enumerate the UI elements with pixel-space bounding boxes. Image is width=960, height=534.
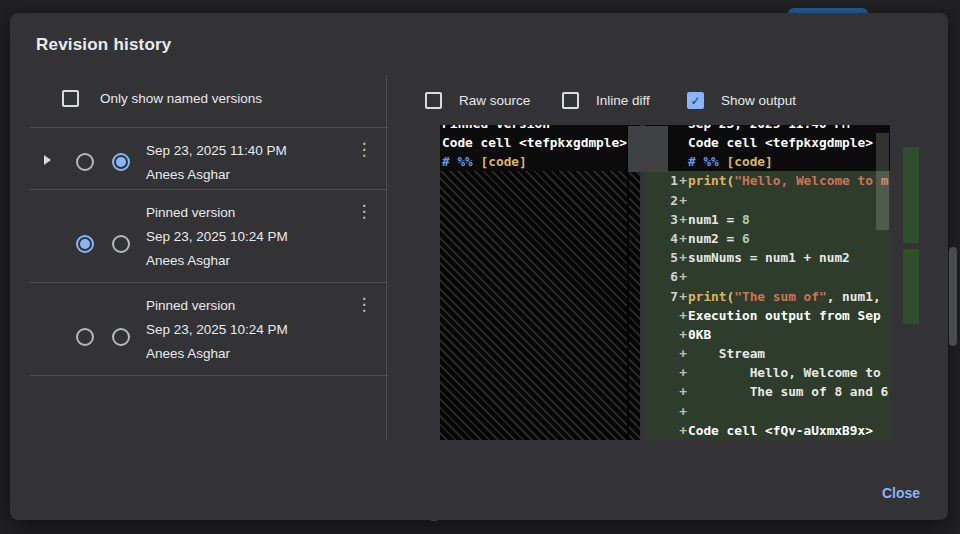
line-number: 6	[645, 267, 678, 286]
diff-plus-sign: +	[678, 306, 688, 325]
diff-to-radio[interactable]	[112, 328, 130, 346]
version-author: Anees Asghar	[146, 342, 288, 366]
line-number	[645, 402, 678, 421]
diff-to-radio[interactable]	[112, 235, 130, 253]
version-author: Anees Asghar	[146, 163, 287, 187]
version-date: Sep 23, 2025 10:24 PM	[146, 318, 288, 342]
more-options-icon[interactable]: ⋮	[355, 203, 373, 221]
line-number	[645, 382, 678, 401]
added-code-line: 5+sumNums = num1 + num2	[645, 248, 890, 267]
checkbox-label: Raw source	[459, 93, 530, 108]
diff-to-radio[interactable]	[112, 153, 130, 171]
line-number	[645, 344, 678, 363]
code-text: num2 = 6	[688, 229, 750, 248]
show-output-checkbox[interactable]: ✓	[687, 92, 704, 109]
code-text: Stream	[688, 344, 765, 363]
code-text: 0KB	[688, 325, 711, 344]
page-scrollbar-thumb[interactable]	[949, 247, 957, 346]
diff-right-header-block: Sep 23, 2025 11:40 PM Code cell <tefpkxg…	[645, 125, 890, 171]
code-text: print("The sum of", num1,	[688, 287, 881, 306]
diff-right-clipped-line: Sep 23, 2025 11:40 PM	[645, 125, 890, 133]
diff-editor-original[interactable]: Pinned version Code cell <tefpkxgdmple>#…	[440, 125, 640, 440]
diff-overview-added-marker	[903, 147, 919, 243]
diff-from-radio[interactable]	[76, 153, 94, 171]
diff-plus-sign: +	[678, 267, 688, 286]
diff-left-empty-region	[440, 171, 640, 440]
diff-from-radio[interactable]	[76, 235, 94, 253]
added-code-line: 3+num1 = 8	[645, 210, 890, 229]
added-code-line: 7+print("The sum of", num1,	[645, 287, 890, 306]
diff-plus-sign: +	[678, 382, 688, 401]
version-info: Sep 23, 2025 11:40 PMAnees Asghar	[146, 139, 287, 187]
diff-option-show-output[interactable]: ✓Show output	[687, 89, 796, 111]
code-line: # %% [code]	[645, 152, 890, 171]
diff-overview-added-marker	[903, 249, 919, 324]
version-list: Sep 23, 2025 11:40 PMAnees Asghar⋮Pinned…	[30, 127, 387, 376]
added-code-line: 6+	[645, 267, 890, 286]
diff-option-inline-diff[interactable]: Inline diff	[562, 89, 650, 111]
diff-scrollbar-thumb-right[interactable]	[876, 133, 889, 230]
version-info: Pinned versionSep 23, 2025 10:24 PMAnees…	[146, 201, 288, 273]
inline-diff-checkbox[interactable]	[562, 92, 579, 109]
added-code-line: + The sum of 8 and 6	[645, 382, 890, 401]
added-code-line: +0KB	[645, 325, 890, 344]
added-code-line: + Hello, Welcome to	[645, 363, 890, 382]
diff-scrollbar-thumb-left[interactable]	[628, 126, 668, 172]
line-number: 5	[645, 248, 678, 267]
code-text: num1 = 8	[688, 210, 750, 229]
added-code-line: + Stream	[645, 344, 890, 363]
version-info: Pinned versionSep 23, 2025 10:24 PMAnees…	[146, 294, 288, 366]
code-text: Hello, Welcome to	[688, 363, 881, 382]
line-number: 4	[645, 229, 678, 248]
code-text: The sum of 8 and 6	[688, 382, 888, 401]
diff-editor-modified[interactable]: Sep 23, 2025 11:40 PM Code cell <tefpkxg…	[645, 125, 890, 440]
code-line: Code cell <tefpkxgdmple>	[442, 133, 640, 152]
expand-arrow-icon[interactable]	[44, 155, 51, 165]
version-date: Sep 23, 2025 10:24 PM	[146, 225, 288, 249]
diff-plus-sign: +	[678, 421, 688, 440]
added-code-line: 2+	[645, 191, 890, 210]
raw-source-checkbox[interactable]	[425, 92, 442, 109]
named-versions-label: Only show named versions	[100, 91, 262, 106]
added-code-line: +	[645, 402, 890, 421]
code-text: print("Hello, Welcome to m	[688, 171, 888, 190]
close-button[interactable]: Close	[872, 481, 930, 505]
code-text: Execution output from Sep	[688, 306, 881, 325]
more-options-icon[interactable]: ⋮	[355, 296, 373, 314]
line-number	[645, 306, 678, 325]
diff-plus-sign: +	[678, 287, 688, 306]
diff-plus-sign: +	[678, 229, 688, 248]
code-text: sumNums = num1 + num2	[688, 248, 850, 267]
diff-plus-sign: +	[678, 171, 688, 190]
code-line: # %% [code]	[442, 152, 640, 171]
diff-plus-sign: +	[678, 248, 688, 267]
added-code-line: 4+num2 = 6	[645, 229, 890, 248]
diff-left-clipped-line: Pinned version	[442, 125, 640, 133]
version-row[interactable]: Pinned versionSep 23, 2025 10:24 PMAnees…	[30, 283, 387, 376]
diff-left-gutter-line	[627, 125, 629, 440]
line-number: 2	[645, 191, 678, 210]
line-number	[645, 325, 678, 344]
added-code-line: +Execution output from Sep	[645, 306, 890, 325]
more-options-icon[interactable]: ⋮	[355, 141, 373, 159]
added-code-line: +Code cell <fQv-aUxmxB9x>	[645, 421, 890, 440]
diff-option-raw-source[interactable]: Raw source	[425, 89, 530, 111]
line-number: 1	[645, 171, 678, 190]
named-versions-filter[interactable]: Only show named versions	[62, 90, 262, 107]
diff-plus-sign: +	[678, 325, 688, 344]
line-number: 7	[645, 287, 678, 306]
diff-plus-sign: +	[678, 402, 688, 421]
diff-left-header-block: Pinned version Code cell <tefpkxgdmple>#…	[440, 125, 640, 171]
code-text: Code cell <fQv-aUxmxB9x>	[688, 421, 873, 440]
code-line: Code cell <tefpkxgdmple>	[645, 133, 890, 152]
diff-added-region: 1+print("Hello, Welcome to m2+3+num1 = 8…	[645, 171, 890, 440]
version-row[interactable]: Pinned versionSep 23, 2025 10:24 PMAnees…	[30, 190, 387, 283]
diff-from-radio[interactable]	[76, 328, 94, 346]
line-number	[645, 421, 678, 440]
diff-plus-sign: +	[678, 363, 688, 382]
version-row[interactable]: Sep 23, 2025 11:40 PMAnees Asghar⋮	[30, 128, 387, 190]
added-code-line: 1+print("Hello, Welcome to m	[645, 171, 890, 190]
line-number	[645, 363, 678, 382]
named-versions-checkbox[interactable]	[62, 90, 79, 107]
checkbox-label: Show output	[721, 93, 796, 108]
